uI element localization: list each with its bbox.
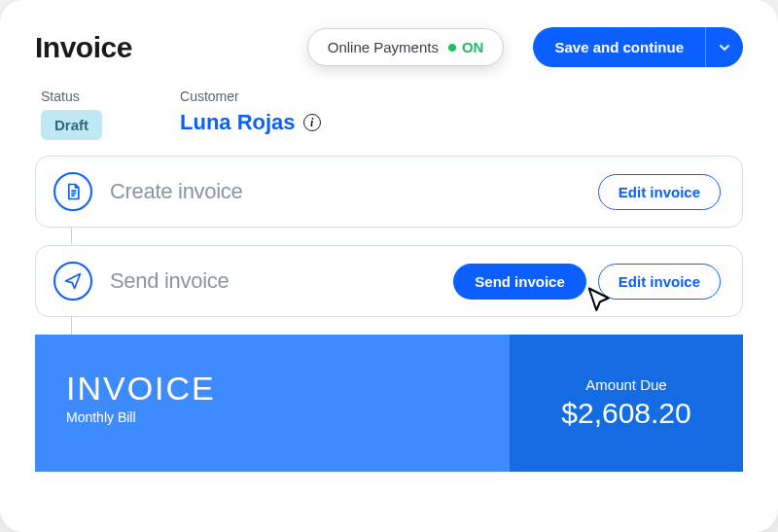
step-connector — [71, 226, 72, 243]
customer-block: Customer Luna Rojas i — [180, 89, 321, 140]
header-row: Invoice Online Payments ON Save and cont… — [35, 27, 743, 67]
online-payments-state: ON — [462, 39, 484, 55]
send-invoice-title: Send invoice — [110, 268, 229, 294]
status-dot-icon — [448, 44, 456, 52]
amount-due-value: $2,608.20 — [561, 397, 690, 430]
customer-name-text: Luna Rojas — [180, 110, 296, 135]
invoice-preview-title: INVOICE — [66, 370, 478, 408]
amount-due-label: Amount Due — [585, 376, 666, 393]
caret-down-icon — [720, 45, 729, 51]
status-block: Status Draft — [41, 89, 102, 140]
steps-container: Create invoice Edit invoice Send invoice… — [35, 156, 743, 472]
online-payments-label: Online Payments — [328, 39, 439, 55]
edit-invoice-button[interactable]: Edit invoice — [598, 264, 721, 300]
status-label: Status — [41, 89, 102, 104]
save-and-continue-button[interactable]: Save and continue — [533, 27, 705, 67]
send-invoice-button[interactable]: Send invoice — [453, 264, 586, 300]
customer-label: Customer — [180, 89, 321, 104]
send-icon — [53, 262, 92, 301]
create-invoice-step: Create invoice Edit invoice — [35, 156, 743, 228]
invoice-preview: INVOICE Monthly Bill Amount Due $2,608.2… — [35, 335, 743, 472]
save-dropdown-button[interactable] — [705, 27, 743, 67]
send-invoice-step: Send invoice Send invoice Edit invoice — [35, 245, 743, 317]
info-icon[interactable]: i — [303, 114, 321, 131]
edit-invoice-button[interactable]: Edit invoice — [598, 174, 721, 210]
document-icon — [53, 172, 92, 211]
create-invoice-title: Create invoice — [110, 179, 242, 204]
invoice-preview-subtitle: Monthly Bill — [66, 409, 478, 425]
meta-row: Status Draft Customer Luna Rojas i — [35, 89, 743, 140]
save-button-group: Save and continue — [533, 27, 743, 67]
page-title: Invoice — [35, 31, 132, 64]
invoice-preview-right: Amount Due $2,608.20 — [510, 335, 743, 472]
customer-name-link[interactable]: Luna Rojas i — [180, 110, 321, 135]
invoice-panel: Invoice Online Payments ON Save and cont… — [0, 0, 778, 532]
status-badge: Draft — [41, 110, 102, 140]
online-payments-toggle[interactable]: Online Payments ON — [307, 28, 505, 66]
invoice-preview-left: INVOICE Monthly Bill — [35, 335, 510, 472]
